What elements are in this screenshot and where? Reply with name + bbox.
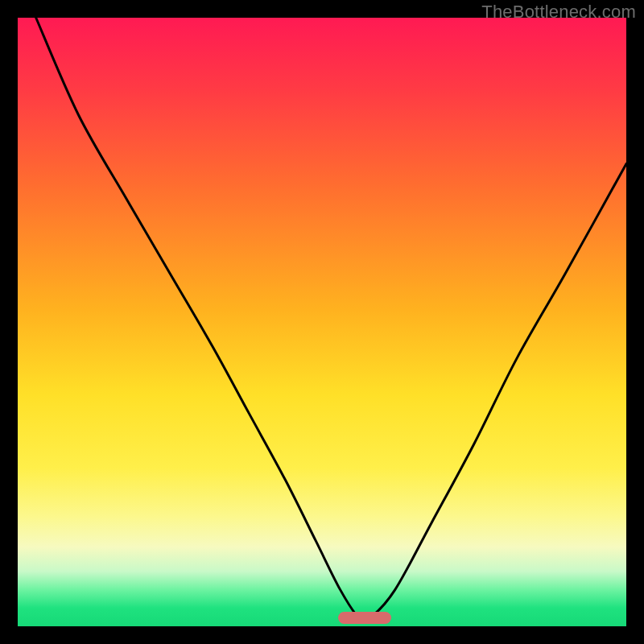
curve-path: [36, 18, 626, 621]
optimal-range-marker: [338, 612, 391, 624]
plot-area: [18, 18, 626, 626]
bottleneck-curve: [18, 18, 626, 626]
